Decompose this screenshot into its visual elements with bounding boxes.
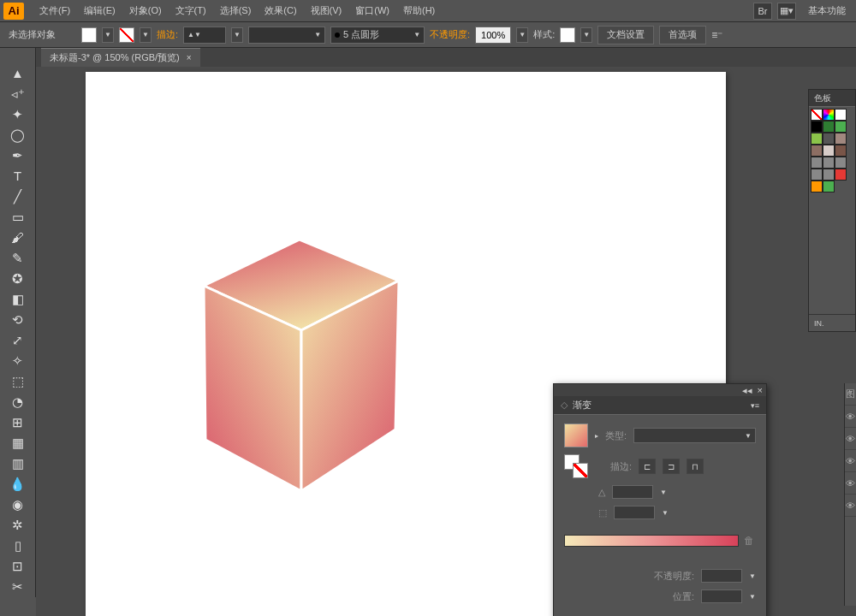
selection-tool[interactable]: ▲ (8, 63, 28, 83)
free-transform-tool[interactable]: ⬚ (8, 371, 28, 391)
menu-window[interactable]: 窗口(W) (348, 0, 396, 22)
column-graph-tool[interactable]: ▯ (8, 536, 28, 555)
swatch[interactable] (823, 169, 835, 181)
rectangle-tool[interactable]: ▭ (8, 207, 28, 227)
swatch-black[interactable] (811, 121, 823, 133)
fill-swatch[interactable] (81, 27, 97, 43)
magic-wand-tool[interactable]: ✦ (8, 104, 28, 124)
slice-tool[interactable]: ✂ (8, 577, 28, 596)
layer-visibility-icon[interactable]: 👁 (845, 472, 856, 495)
pencil-tool[interactable]: ✎ (8, 248, 28, 268)
menu-help[interactable]: 帮助(H) (396, 0, 442, 22)
swatch[interactable] (823, 157, 835, 169)
gradient-type-select[interactable]: ▼ (633, 428, 756, 443)
layer-visibility-icon[interactable]: 👁 (845, 450, 856, 472)
swatch[interactable] (823, 121, 835, 133)
swatch-white[interactable] (835, 109, 847, 121)
arrange-docs-icon[interactable]: ▦▾ (777, 3, 796, 20)
workspace-switcher[interactable]: 基本功能 (801, 4, 853, 17)
menu-view[interactable]: 视图(V) (304, 0, 349, 22)
collapse-icon[interactable]: ◂◂ (742, 385, 752, 396)
menu-edit[interactable]: 编辑(E) (77, 0, 122, 22)
swatch[interactable] (835, 157, 847, 169)
gradient-location-input[interactable] (701, 589, 742, 603)
gradient-angle-input[interactable] (612, 485, 653, 499)
delete-stop-icon[interactable]: 🗑 (744, 535, 756, 547)
opacity-input[interactable]: 100% (475, 27, 511, 44)
swatch[interactable] (823, 181, 835, 192)
stroke-weight-input[interactable]: ▲▼ (183, 27, 226, 44)
layer-visibility-icon[interactable]: 👁 (845, 495, 856, 517)
swatches-panel-header[interactable]: 色板 (809, 90, 855, 107)
menu-effect[interactable]: 效果(C) (258, 0, 303, 22)
document-tab-bar: 未标题-3* @ 150% (RGB/预览) × (0, 48, 856, 67)
perspective-grid-tool[interactable]: ⊞ (8, 412, 28, 432)
cube-artwork[interactable] (197, 234, 419, 500)
gradient-slider[interactable] (564, 535, 739, 547)
mesh-tool[interactable]: ▦ (8, 433, 28, 453)
swatch[interactable] (811, 145, 823, 157)
brush-select[interactable]: 5 点圆形 ▼ (330, 27, 425, 44)
swatch-registration[interactable] (823, 109, 835, 121)
swatch[interactable] (835, 133, 847, 145)
gradient-tool[interactable]: ▥ (8, 453, 28, 473)
menu-file[interactable]: 文件(F) (33, 0, 77, 22)
stroke-align-3[interactable]: ⊓ (687, 459, 704, 474)
panel-menu-icon[interactable]: ▾≡ (751, 401, 759, 410)
swatch[interactable] (811, 169, 823, 181)
layers-panel-tab[interactable]: 图 (845, 383, 856, 406)
width-tool[interactable]: ✧ (8, 351, 28, 370)
symbol-sprayer-tool[interactable]: ✲ (8, 515, 28, 535)
lasso-tool[interactable]: ◯ (8, 125, 28, 145)
eyedropper-tool[interactable]: 💧 (8, 474, 28, 494)
document-setup-button[interactable]: 文档设置 (597, 26, 654, 44)
stroke-weight-dropdown[interactable]: ▼ (231, 27, 243, 43)
menu-select[interactable]: 选择(S) (213, 0, 259, 22)
close-tab-icon[interactable]: × (187, 53, 192, 62)
swatch[interactable] (811, 181, 823, 192)
document-tab[interactable]: 未标题-3* @ 150% (RGB/预览) × (41, 48, 200, 67)
close-icon[interactable]: × (758, 385, 763, 395)
menu-object[interactable]: 对象(O) (122, 0, 169, 22)
menu-type[interactable]: 文字(T) (169, 0, 213, 22)
gradient-panel-header[interactable]: ◇ 渐变 ▾≡ (554, 396, 766, 415)
eraser-tool[interactable]: ◧ (8, 289, 28, 309)
opacity-dropdown[interactable]: ▼ (516, 27, 528, 43)
rotate-tool[interactable]: ⟲ (8, 310, 28, 329)
blend-tool[interactable]: ◉ (8, 495, 28, 514)
stroke-profile-select[interactable]: ▼ (248, 27, 325, 44)
type-tool[interactable]: T (8, 166, 28, 186)
align-icon[interactable]: ≡⁻ (711, 29, 728, 41)
swatch[interactable] (835, 145, 847, 157)
swatch[interactable] (811, 157, 823, 169)
swatch[interactable] (823, 133, 835, 145)
pen-tool[interactable]: ✒ (8, 145, 28, 165)
swatch[interactable] (811, 133, 823, 145)
gradient-preview[interactable] (564, 424, 588, 447)
layer-visibility-icon[interactable]: 👁 (845, 428, 856, 450)
artboard-tool[interactable]: ⊡ (8, 556, 28, 576)
shape-builder-tool[interactable]: ◔ (8, 392, 28, 412)
stroke-align-2[interactable]: ⊐ (663, 459, 680, 474)
swatch[interactable] (835, 169, 847, 181)
line-tool[interactable]: ╱ (8, 187, 28, 206)
bridge-icon[interactable]: Br (753, 3, 772, 20)
swatch[interactable] (823, 145, 835, 157)
paintbrush-tool[interactable]: 🖌 (8, 228, 28, 247)
direct-selection-tool[interactable]: ◃⁺ (8, 84, 28, 104)
fill-dropdown[interactable]: ▼ (102, 27, 114, 43)
stroke-dropdown[interactable]: ▼ (140, 27, 152, 43)
swatch[interactable] (835, 121, 847, 133)
gradient-aspect-input[interactable] (614, 506, 655, 519)
stroke-swatch[interactable] (119, 27, 134, 43)
scale-tool[interactable]: ⤢ (8, 330, 28, 350)
blob-brush-tool[interactable]: ✪ (8, 269, 28, 288)
stroke-align-1[interactable]: ⊏ (639, 459, 656, 474)
preferences-button[interactable]: 首选项 (659, 26, 706, 44)
gradient-opacity-input[interactable] (701, 569, 742, 583)
layer-visibility-icon[interactable]: 👁 (845, 406, 856, 428)
fill-stroke-toggle[interactable] (564, 454, 588, 478)
swatch-none[interactable] (811, 109, 823, 121)
style-dropdown[interactable]: ▼ (580, 27, 592, 43)
style-swatch[interactable] (560, 27, 575, 43)
